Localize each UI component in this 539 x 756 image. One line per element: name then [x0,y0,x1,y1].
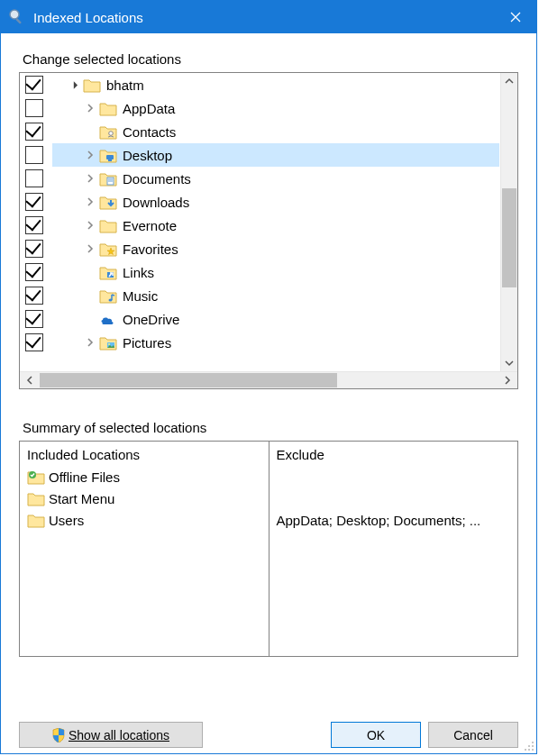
titlebar: Indexed Locations [1,1,536,33]
tree-item-label-region[interactable]: AppData [52,96,499,120]
shield-icon [52,728,65,742]
tree-row[interactable]: Pictures [20,331,499,354]
tree-item-label: AppData [123,101,175,116]
included-column: Included Locations Offline FilesStart Me… [20,442,269,656]
tree-item-label: Downloads [123,195,189,210]
included-item[interactable]: Users [27,509,261,531]
tree-list: bhatmAppDataContactsDesktopDocumentsDown… [20,73,499,371]
tree-row[interactable]: Documents [20,167,499,190]
tree-row[interactable]: Downloads [20,190,499,214]
checkbox[interactable] [25,287,43,305]
tree-item-label-region[interactable]: bhatm [52,73,499,96]
checkbox[interactable] [25,76,43,94]
summary-label: Summary of selected locations [23,420,518,435]
tree-row[interactable]: Desktop [20,143,499,167]
tree-row[interactable]: Evernote [20,214,499,237]
summary-box: Included Locations Offline FilesStart Me… [19,441,518,657]
tree-item-label-region[interactable]: Documents [52,167,499,190]
chevron-right-icon[interactable] [83,220,97,231]
window-title: Indexed Locations [33,10,495,25]
checkbox[interactable] [25,310,43,328]
tree-item-label-region[interactable]: Links [52,260,499,284]
tree-item-label: Contacts [123,124,176,140]
checkbox[interactable] [25,216,43,234]
close-button[interactable] [495,1,536,33]
tree-item-label-region[interactable]: Desktop [52,143,499,167]
exclude-list: AppData; Desktop; Documents; ... [277,466,511,531]
scroll-up-icon[interactable] [501,73,517,89]
chevron-right-icon[interactable] [83,103,97,114]
ok-button[interactable]: OK [331,722,421,748]
horizontal-scrollbar[interactable] [20,371,517,388]
tree-item-label-region[interactable]: Contacts [52,120,499,143]
checkbox[interactable] [25,193,43,211]
tree-row[interactable]: AppData [20,96,499,120]
show-all-locations-button[interactable]: Show all locations [19,722,203,748]
checkbox[interactable] [25,99,43,117]
tree-row[interactable]: Links [20,260,499,284]
onedrive-icon [99,311,117,327]
included-item[interactable]: Offline Files [27,466,261,487]
svg-point-19 [528,749,530,751]
chevron-right-icon[interactable] [83,173,97,184]
exclude-item[interactable]: AppData; Desktop; Documents; ... [277,509,511,531]
checkbox[interactable] [25,146,43,164]
checkbox[interactable] [25,123,43,141]
included-item-label: Start Menu [49,491,114,506]
tree-row[interactable]: OneDrive [20,307,499,331]
tree-item-label-region[interactable]: OneDrive [52,307,499,331]
svg-point-4 [109,132,114,136]
tree-item-label-region[interactable]: Music [52,284,499,307]
svg-point-15 [532,742,534,743]
tree-row[interactable]: bhatm [20,73,499,96]
checkbox[interactable] [25,333,43,351]
svg-point-16 [528,745,530,747]
button-row: Show all locations OK Cancel [19,700,518,748]
tree-row[interactable]: Music [20,284,499,307]
music-icon [99,287,117,304]
checkbox[interactable] [25,169,43,187]
tree-item-label-region[interactable]: Downloads [52,190,499,214]
window: Indexed Locations Change selected locati… [0,0,537,754]
app-icon [8,8,26,26]
tree-item-label: Pictures [123,335,171,351]
chevron-right-icon[interactable] [83,337,97,348]
exclude-column: Exclude AppData; Desktop; Documents; ... [269,442,518,656]
svg-point-20 [532,749,534,751]
chevron-down-icon[interactable] [67,80,81,90]
contacts-icon [99,123,117,140]
included-list: Offline FilesStart MenuUsers [27,466,261,531]
folder-icon [83,77,101,93]
included-item[interactable]: Start Menu [27,487,261,509]
tree-item-label-region[interactable]: Favorites [52,237,499,260]
scroll-right-icon[interactable] [498,372,517,388]
resize-grip[interactable] [522,739,534,751]
tree-row[interactable]: Favorites [20,237,499,260]
scroll-track-horizontal[interactable] [40,372,498,388]
pictures-icon [99,334,117,351]
tree-item-label: OneDrive [123,312,179,327]
chevron-right-icon[interactable] [83,150,97,160]
ok-label: OK [367,728,385,742]
exclude-item[interactable] [277,466,511,487]
change-locations-label: Change selected locations [23,51,518,67]
scroll-down-icon[interactable] [501,355,517,371]
svg-rect-5 [106,155,114,159]
downloads-icon [99,194,117,210]
tree-item-label-region[interactable]: Pictures [52,331,499,354]
vertical-scrollbar[interactable] [500,73,517,371]
checkbox[interactable] [25,240,43,258]
cancel-button[interactable]: Cancel [428,722,518,748]
tree-item-label: bhatm [106,77,144,93]
tree-item-label: Favorites [123,241,178,257]
exclude-item[interactable] [277,487,511,509]
chevron-right-icon[interactable] [83,196,97,207]
tree-row[interactable]: Contacts [20,120,499,143]
scroll-thumb-vertical[interactable] [502,188,516,287]
tree-item-label-region[interactable]: Evernote [52,214,499,237]
checkbox[interactable] [25,263,43,281]
chevron-right-icon[interactable] [83,243,97,254]
svg-point-18 [525,749,526,751]
scroll-left-icon[interactable] [20,372,40,388]
scroll-thumb-horizontal[interactable] [40,373,337,387]
